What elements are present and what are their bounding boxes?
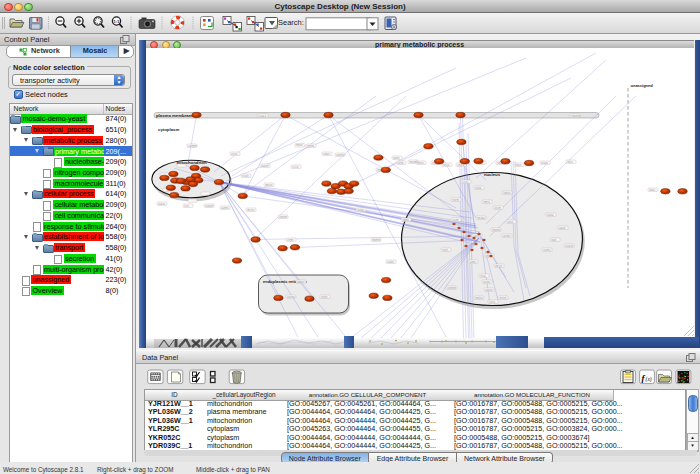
svg-text:ccsct: ccsct bbox=[462, 180, 468, 184]
svg-text:nmamu: nmamu bbox=[571, 115, 580, 118]
svg-text:tacme: tacme bbox=[483, 280, 491, 284]
svg-text:nuoum: nuoum bbox=[205, 205, 213, 208]
svg-text:unaer: unaer bbox=[323, 152, 330, 156]
svg-text:aaust: aaust bbox=[559, 226, 566, 230]
svg-text:rrsac: rrsac bbox=[480, 274, 486, 278]
svg-text:eocmo: eocmo bbox=[287, 296, 295, 299]
svg-text:Search:: Search: bbox=[278, 18, 304, 27]
svg-text:mtrms: mtrms bbox=[307, 144, 315, 148]
svg-text:cytoplasm: cytoplasm bbox=[158, 127, 179, 132]
svg-text:aerar: aerar bbox=[507, 220, 513, 224]
svg-text:unassigned: unassigned bbox=[630, 83, 653, 88]
svg-text:nsnrt: nsnrt bbox=[442, 248, 448, 252]
svg-text:mccro: mccro bbox=[495, 264, 503, 268]
svg-text:uuton: uuton bbox=[387, 260, 394, 264]
svg-text:asuuc: asuuc bbox=[357, 209, 365, 212]
svg-text:ecucm: ecucm bbox=[565, 245, 573, 248]
svg-text:mitochondrion: mitochondrion bbox=[176, 160, 206, 165]
svg-text:etsca: etsca bbox=[443, 163, 450, 167]
svg-text:ounas: ounas bbox=[158, 203, 166, 206]
svg-text:arocm: arocm bbox=[485, 288, 492, 292]
svg-text:ensoc: ensoc bbox=[402, 219, 410, 222]
svg-text:osaco: osaco bbox=[259, 115, 266, 118]
svg-text:ccrco: ccrco bbox=[292, 165, 299, 169]
svg-text:rcumu: rcumu bbox=[543, 248, 551, 252]
svg-text:aornc: aornc bbox=[393, 156, 400, 160]
svg-text:tcrct: tcrct bbox=[184, 204, 189, 208]
svg-text:semnm: semnm bbox=[447, 287, 456, 290]
svg-text:octmn: octmn bbox=[503, 234, 511, 238]
svg-text:rensm: rensm bbox=[499, 296, 506, 300]
svg-text:cstca: cstca bbox=[489, 300, 496, 304]
svg-text:mcrns: mcrns bbox=[247, 208, 255, 212]
svg-text:ctmtn: ctmtn bbox=[287, 238, 294, 242]
svg-text:momnr: momnr bbox=[372, 238, 380, 242]
svg-text:tumeo: tumeo bbox=[503, 191, 511, 195]
svg-text:(x): (x) bbox=[646, 376, 652, 383]
svg-text:mttnu: mttnu bbox=[417, 161, 424, 165]
svg-text:tnocn: tnocn bbox=[515, 163, 522, 167]
svg-text:mtuat: mtuat bbox=[296, 143, 303, 147]
svg-text:mcoau: mcoau bbox=[477, 217, 485, 220]
svg-text:onemo: onemo bbox=[336, 154, 344, 157]
svg-text:ectcu: ectcu bbox=[231, 152, 238, 156]
svg-text:resan: resan bbox=[541, 161, 548, 165]
svg-text:teatc: teatc bbox=[551, 238, 557, 242]
svg-text:camnc: camnc bbox=[221, 207, 229, 210]
svg-text:tmuma: tmuma bbox=[492, 228, 500, 232]
svg-text:tetcn: tetcn bbox=[567, 160, 573, 164]
svg-text:oeoom: oeoom bbox=[279, 216, 287, 219]
svg-text:mesrn: mesrn bbox=[265, 183, 273, 187]
svg-text:nestn: nestn bbox=[321, 295, 328, 299]
svg-text:canmm: canmm bbox=[188, 145, 197, 148]
svg-text:ncuet: ncuet bbox=[242, 174, 249, 178]
svg-text:stscm: stscm bbox=[494, 206, 501, 210]
svg-text:uaucr: uaucr bbox=[297, 280, 304, 284]
svg-text:rssmr: rssmr bbox=[452, 218, 459, 222]
svg-text:plasma membrane: plasma membrane bbox=[156, 113, 194, 118]
svg-text:rsene: rsene bbox=[397, 161, 404, 165]
svg-text:usmsr: usmsr bbox=[469, 260, 476, 264]
svg-text:autao: autao bbox=[547, 213, 554, 217]
svg-text:raacm: raacm bbox=[261, 164, 268, 168]
svg-text:eeste: eeste bbox=[475, 186, 482, 190]
svg-text:nturm: nturm bbox=[452, 198, 459, 202]
svg-text:nucleus: nucleus bbox=[483, 172, 500, 177]
svg-text:mmtse: mmtse bbox=[475, 296, 483, 300]
svg-text:tmnro: tmnro bbox=[483, 200, 490, 204]
svg-text:1:1: 1:1 bbox=[114, 19, 121, 24]
svg-text:ettau: ettau bbox=[649, 188, 655, 192]
